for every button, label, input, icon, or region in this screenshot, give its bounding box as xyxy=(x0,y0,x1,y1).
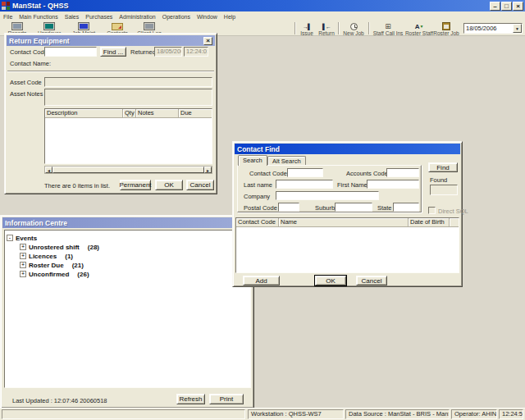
status-operator: Operator: AHINES xyxy=(451,409,497,419)
status-workstation: Workstation : QHSS-WS7 xyxy=(248,409,344,419)
ok-button[interactable]: OK xyxy=(315,276,346,285)
menu-purchases[interactable]: Purchases xyxy=(82,14,116,20)
equipment-list: Description Qty Notes Due xyxy=(44,108,212,164)
asset-code-field xyxy=(44,77,212,87)
print-button[interactable]: Print xyxy=(209,394,244,404)
postal-code-input[interactable] xyxy=(278,203,299,212)
separator xyxy=(7,71,214,72)
returned-label: Returned xyxy=(130,48,156,56)
expand-icon[interactable]: + xyxy=(20,253,26,259)
job-maint-icon xyxy=(78,22,89,30)
company-input[interactable] xyxy=(276,191,379,200)
item-count: (26) xyxy=(77,271,89,278)
menu-help[interactable]: Help xyxy=(221,14,239,20)
column-date-of-birth[interactable]: Date of Birth xyxy=(409,218,450,226)
status-bar: Workstation : QHSS-WS7 Data Source : Man… xyxy=(0,408,525,420)
date-value: 18/05/2006 xyxy=(464,24,513,33)
toolbar-date-combo[interactable]: 18/05/2006 ▼ xyxy=(463,23,523,34)
app-icon xyxy=(2,2,10,10)
first-name-label: First Name xyxy=(337,181,368,189)
postal-code-label: Postal Code xyxy=(244,204,277,212)
menu-window[interactable]: Window xyxy=(194,14,221,20)
returned-date-field: 18/05/2006 xyxy=(154,47,182,57)
toolbar-return-button[interactable]: ▌← Return xyxy=(317,21,336,36)
toolbar-separator xyxy=(368,22,370,34)
scroll-left-icon[interactable]: ◄ xyxy=(45,167,52,173)
information-centre-tree: - Events + Unrostered shift (28) + Licen… xyxy=(4,230,251,388)
contact-name-label: Contact Name: xyxy=(10,60,51,67)
status-panel-empty xyxy=(2,409,245,419)
mdi-client-area: Information Centre - Events + Unrostered… xyxy=(0,36,525,408)
contact-code-label: Contact Code xyxy=(10,48,48,56)
collapse-icon[interactable]: - xyxy=(7,235,13,241)
tree-item-licences[interactable]: + Licences (1) xyxy=(20,252,249,260)
returned-time-field: 12:24:01 xyxy=(184,47,208,57)
column-due[interactable]: Due xyxy=(179,109,212,117)
scroll-thumb[interactable] xyxy=(52,167,204,173)
contact-code-input[interactable] xyxy=(44,47,97,57)
toolbar-separator xyxy=(338,22,340,34)
toolbar-roster-staff-button[interactable]: A▼ Roster Staff xyxy=(405,21,433,36)
information-centre-titlebar: Information Centre xyxy=(2,217,252,228)
menu-file[interactable]: File xyxy=(0,14,16,20)
column-description[interactable]: Description xyxy=(45,109,123,117)
client-log-icon xyxy=(144,22,155,30)
contact-code-label: Contact Code xyxy=(249,170,287,177)
column-contact-code[interactable]: Contact Code xyxy=(236,218,279,226)
staff-call-ins-icon: ⊞ xyxy=(385,22,391,30)
cancel-button[interactable]: Cancel xyxy=(186,180,214,190)
combo-dropdown-icon[interactable]: ▼ xyxy=(513,24,522,33)
toolbar-roster-job-button[interactable]: Roster Job xyxy=(434,21,459,36)
handover-icon xyxy=(43,22,55,30)
scroll-right-icon[interactable]: ► xyxy=(204,167,212,173)
permanent-button[interactable]: Permanent xyxy=(120,180,151,190)
accounts-code-label: Accounts Code xyxy=(346,170,388,177)
direct-sql-checkbox[interactable] xyxy=(428,207,436,214)
menu-main-functions[interactable]: Main Functions xyxy=(16,14,61,20)
toolbar-staff-call-ins-button[interactable]: ⊞ Staff Call Ins xyxy=(372,21,404,36)
expand-icon[interactable]: + xyxy=(20,271,26,277)
column-qty[interactable]: Qty xyxy=(123,109,136,117)
menu-administration[interactable]: Administration xyxy=(116,14,158,20)
toolbar-new-job-button[interactable]: New Job xyxy=(341,21,366,36)
cancel-button[interactable]: Cancel xyxy=(356,276,387,285)
last-updated-text: Last Updated : 12:07:46 20060518 xyxy=(12,397,107,404)
column-name[interactable]: Name xyxy=(279,218,409,226)
status-data-source: Data Source : ManStat - BRIS - ManStat xyxy=(345,409,450,419)
contact-results-header: Contact Code Name Date of Birth xyxy=(236,218,459,227)
tree-item-unrostered-shift[interactable]: + Unrostered shift (28) xyxy=(20,243,249,251)
refresh-button[interactable]: Refresh xyxy=(176,394,205,404)
equipment-list-hscrollbar[interactable]: ◄ ► xyxy=(44,166,212,174)
roster-staff-icon: A▼ xyxy=(415,22,424,30)
minimize-button[interactable]: – xyxy=(490,2,500,11)
toolbar-issue-button[interactable]: →▌ Issue xyxy=(298,21,316,36)
find-button[interactable]: Find ... xyxy=(100,47,126,57)
close-button[interactable]: × xyxy=(513,2,523,11)
issue-icon: →▌ xyxy=(303,22,311,30)
suburb-input[interactable] xyxy=(335,203,372,212)
first-name-input[interactable] xyxy=(367,180,419,189)
add-button[interactable]: Add xyxy=(243,276,280,285)
menu-sales[interactable]: Sales xyxy=(62,14,83,20)
close-icon[interactable]: × xyxy=(203,37,212,45)
item-count: (1) xyxy=(65,253,73,260)
contact-code-input[interactable] xyxy=(287,168,323,177)
expand-icon[interactable]: + xyxy=(20,244,26,250)
found-label: Found xyxy=(430,176,447,184)
menu-operations[interactable]: Operations xyxy=(159,14,194,20)
tree-root-events[interactable]: - Events xyxy=(7,234,249,242)
tree-item-unconfirmed[interactable]: + Unconfirmed (26) xyxy=(20,270,249,278)
window-title: ManStat - QHSS xyxy=(12,2,489,10)
status-time: 12:24:59 xyxy=(499,409,523,419)
state-input[interactable] xyxy=(393,203,419,212)
ok-button[interactable]: OK xyxy=(155,180,183,190)
main-titlebar: ManStat - QHSS – □ × xyxy=(0,0,525,11)
column-notes[interactable]: Notes xyxy=(136,109,179,117)
expand-icon[interactable]: + xyxy=(20,262,26,268)
accounts-code-input[interactable] xyxy=(386,168,419,177)
tab-search[interactable]: Search xyxy=(238,155,267,166)
restore-button[interactable]: □ xyxy=(501,2,512,11)
find-button[interactable]: Find xyxy=(428,162,458,172)
last-name-input[interactable] xyxy=(276,180,333,189)
tree-item-roster-due[interactable]: + Roster Due (21) xyxy=(20,261,249,269)
